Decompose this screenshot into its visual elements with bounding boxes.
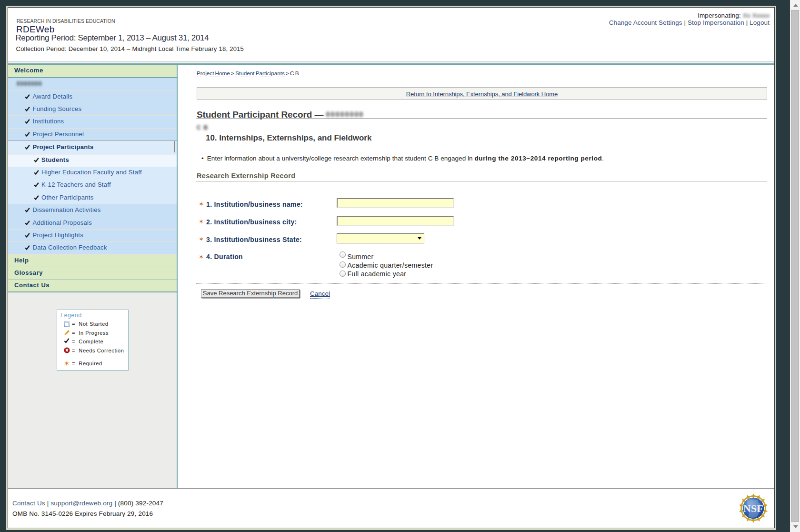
svg-text:NSF: NSF <box>743 503 763 514</box>
